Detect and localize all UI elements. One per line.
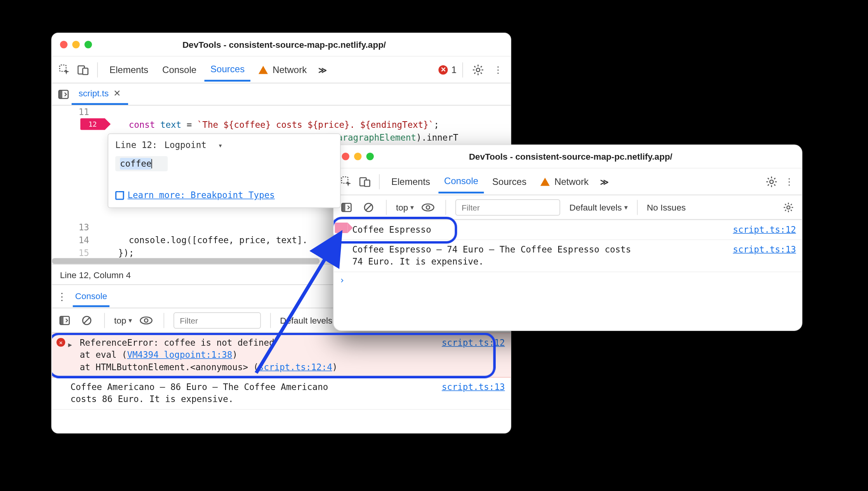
- tab-network-label: Network: [554, 176, 589, 187]
- clear-console-icon[interactable]: [361, 199, 377, 215]
- breakpoint-type-select[interactable]: Logpoint: [164, 140, 222, 150]
- clear-console-icon[interactable]: [79, 312, 95, 328]
- svg-rect-5: [59, 91, 62, 99]
- device-toolbar-icon[interactable]: [357, 173, 373, 190]
- console-log-row[interactable]: script.ts:13 Coffee Espresso – 74 Euro –…: [334, 240, 802, 272]
- svg-point-22: [426, 205, 430, 209]
- console-error-row[interactable]: ✕ ▶ script.ts:12 ReferenceError: coffee …: [52, 333, 511, 378]
- error-message: ReferenceError: coffee is not defined: [80, 338, 274, 348]
- window-zoom-icon[interactable]: [85, 41, 92, 49]
- console-prompt[interactable]: ›: [334, 272, 802, 289]
- inspect-element-icon[interactable]: [57, 61, 73, 78]
- source-link[interactable]: script.ts:12:4: [259, 362, 332, 373]
- file-tabstrip: script.ts ✕: [52, 84, 511, 106]
- window-close-icon[interactable]: [60, 41, 68, 49]
- console-logpoint-row[interactable]: script.ts:12 Coffee Espresso: [334, 220, 802, 240]
- error-badge-icon[interactable]: ✕: [439, 65, 448, 74]
- context-selector[interactable]: top: [396, 202, 414, 212]
- error-icon: ✕: [57, 338, 66, 347]
- tab-console[interactable]: Console: [438, 171, 484, 193]
- source-link[interactable]: script.ts:12: [442, 337, 505, 349]
- svg-point-16: [770, 180, 773, 183]
- logpoint-expression-input[interactable]: coffee: [115, 156, 168, 171]
- tab-console[interactable]: Console: [156, 60, 202, 80]
- window-title: DevTools - consistent-source-map-pc.netl…: [374, 151, 794, 162]
- devtools-toolbar: Elements Console Sources Network ≫ ✕ 1 ⋮: [52, 57, 511, 84]
- window-close-icon[interactable]: [342, 153, 350, 160]
- line-number: 15: [52, 247, 89, 259]
- learn-more-link[interactable]: Learn more: Breakpoint Types: [115, 190, 333, 200]
- svg-point-11: [144, 319, 148, 322]
- svg-rect-2: [83, 68, 88, 75]
- svg-line-20: [366, 204, 372, 210]
- breakpoint-dots-icon: ··: [73, 120, 80, 131]
- live-expression-icon[interactable]: [420, 199, 436, 215]
- device-toolbar-icon[interactable]: [75, 61, 92, 78]
- file-tab-script-ts[interactable]: script.ts ✕: [72, 83, 128, 105]
- issues-label[interactable]: No Issues: [647, 202, 686, 212]
- error-count: 1: [451, 64, 457, 75]
- console-filter-input[interactable]: [455, 199, 560, 215]
- log-levels-select[interactable]: Default levels: [569, 202, 628, 212]
- more-options-icon[interactable]: ⋮: [781, 176, 797, 187]
- warning-icon: [540, 178, 550, 186]
- titlebar[interactable]: DevTools - consistent-source-map-pc.netl…: [334, 145, 802, 169]
- devtools-toolbar: Elements Console Sources Network ≫ ⋮: [334, 169, 802, 195]
- close-icon[interactable]: ✕: [113, 88, 121, 98]
- console-settings-icon[interactable]: [780, 202, 797, 212]
- file-tab-label: script.ts: [79, 88, 109, 98]
- console-body: script.ts:12 Coffee Espresso script.ts:1…: [334, 220, 802, 289]
- svg-line-9: [84, 317, 90, 323]
- source-link[interactable]: script.ts:12: [733, 224, 796, 236]
- tab-network-label: Network: [273, 64, 307, 75]
- tab-elements[interactable]: Elements: [385, 172, 436, 192]
- svg-rect-7: [60, 316, 64, 324]
- console-log-text: Coffee Espresso – 74 Euro – The Coffee E…: [352, 244, 631, 267]
- settings-gear-icon[interactable]: [762, 176, 781, 187]
- devtools-window-console: DevTools - consistent-source-map-pc.netl…: [333, 145, 802, 331]
- line-number: 14: [52, 234, 89, 247]
- drawer-tab-console[interactable]: Console: [73, 286, 110, 307]
- expand-caret-icon[interactable]: ▶: [68, 339, 72, 351]
- warning-icon: [259, 66, 268, 74]
- inspect-element-icon[interactable]: [339, 173, 355, 190]
- more-options-icon[interactable]: ⋮: [490, 64, 506, 75]
- drawer-more-icon[interactable]: ⋮: [57, 290, 67, 303]
- context-selector[interactable]: top: [114, 315, 132, 326]
- console-log-text: Coffee Espresso: [352, 225, 431, 235]
- settings-gear-icon[interactable]: [469, 64, 488, 75]
- titlebar[interactable]: DevTools - consistent-source-map-pc.netl…: [52, 33, 511, 57]
- window-title: DevTools - consistent-source-map-pc.netl…: [92, 40, 503, 50]
- console-filter-input[interactable]: [174, 312, 261, 328]
- tab-elements[interactable]: Elements: [104, 60, 154, 80]
- svg-point-21: [422, 204, 434, 211]
- logpoint-editor: Line 12: Logpoint coffee Learn more: Bre…: [108, 134, 341, 208]
- line-number: 13: [52, 221, 89, 234]
- tab-network[interactable]: Network: [253, 60, 312, 80]
- navigator-toggle-icon[interactable]: [56, 86, 72, 103]
- sidebar-toggle-icon[interactable]: [339, 199, 355, 215]
- tab-network[interactable]: Network: [535, 172, 594, 192]
- console-toolbar: top Default levels No Issues: [334, 195, 802, 220]
- tab-sources[interactable]: Sources: [205, 59, 250, 82]
- live-expression-icon[interactable]: [138, 312, 154, 328]
- window-minimize-icon[interactable]: [72, 41, 80, 49]
- svg-point-3: [476, 68, 480, 71]
- logpoint-marker-icon[interactable]: 12: [80, 118, 105, 130]
- source-link[interactable]: script.ts:13: [442, 381, 505, 393]
- svg-rect-15: [365, 180, 370, 186]
- more-tabs-button[interactable]: ≫: [315, 65, 331, 74]
- more-tabs-button[interactable]: ≫: [597, 177, 613, 186]
- console-body: ✕ ▶ script.ts:12 ReferenceError: coffee …: [52, 333, 511, 410]
- svg-point-10: [140, 317, 152, 324]
- console-log-row[interactable]: script.ts:13 Coffee Americano – 86 Euro …: [52, 378, 511, 410]
- log-levels-select[interactable]: Default levels: [280, 315, 338, 326]
- console-log-text: Coffee Americano – 86 Euro – The Coffee …: [71, 382, 328, 405]
- source-link[interactable]: script.ts:13: [733, 244, 796, 256]
- window-minimize-icon[interactable]: [354, 153, 362, 160]
- sidebar-toggle-icon[interactable]: [57, 312, 73, 328]
- window-zoom-icon[interactable]: [366, 153, 374, 160]
- tab-sources[interactable]: Sources: [486, 172, 532, 192]
- source-link[interactable]: VM4394 logpoint:1:38: [127, 350, 232, 360]
- logpoint-badge-icon: [335, 223, 348, 233]
